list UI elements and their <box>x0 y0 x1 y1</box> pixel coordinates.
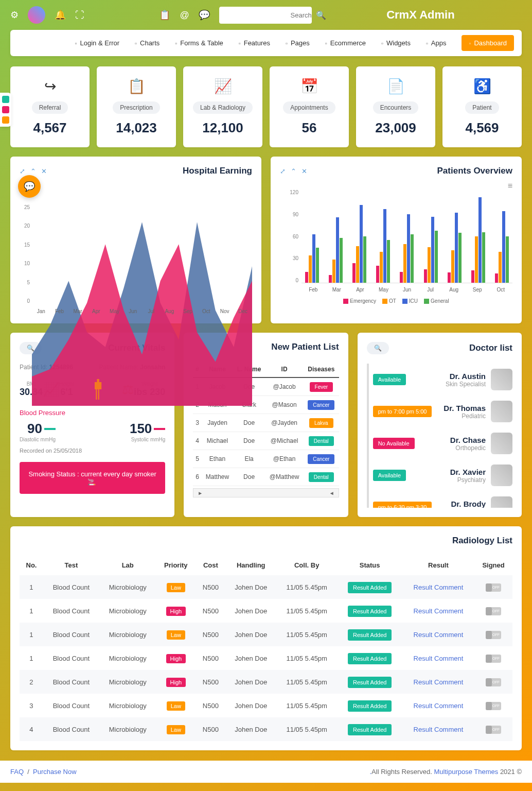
doctor-item[interactable]: Dr. ThomasPediatric 5:00 pm to 7:00 pm <box>373 396 512 427</box>
table-row[interactable]: 1Blood CountMicrobiology Law N500Johen D… <box>20 623 512 646</box>
toggle[interactable]: OFF <box>486 655 501 663</box>
toggle[interactable]: OFF <box>486 583 501 592</box>
stat-icon: 📅 <box>275 78 344 94</box>
topbar: CrmX Admin 🔍 💬 @ 📋 ⛶ 🔔 ⚙ <box>0 0 532 30</box>
scroll-right-icon[interactable]: ► <box>193 490 207 496</box>
fullscreen-icon[interactable]: ⛶ <box>75 10 84 21</box>
stat-card: 📈 Lab & Radiology 12,100 <box>183 66 262 147</box>
doctor-avatar <box>491 465 512 486</box>
up-icon[interactable]: ⌃ <box>291 167 296 175</box>
doctor-list-card: Doctor list 🔍 Dr. AustinSkin Specialist … <box>358 333 522 517</box>
clipboard-icon[interactable]: 📋 <box>159 9 170 21</box>
stat-icon: 📄 <box>361 78 430 94</box>
stat-card: 📋 Prescription 14,023 <box>97 66 176 147</box>
bell-icon[interactable]: 🔔 <box>55 9 66 21</box>
table-row[interactable]: 4MichaelDoe@MichaelDental <box>193 432 339 450</box>
side-tabs[interactable] <box>0 93 11 127</box>
toggle[interactable]: OFF <box>486 607 501 615</box>
toggle[interactable]: OFF <box>486 631 501 639</box>
stat-icon: 📋 <box>102 78 171 94</box>
gear-icon[interactable]: ⚙ <box>10 9 19 21</box>
doctor-list: Dr. AustinSkin Specialist Available Dr. … <box>367 364 512 508</box>
nav-item[interactable]: Dashboard ▫ <box>462 35 514 51</box>
toggle[interactable]: OFF <box>486 726 501 734</box>
doctor-avatar <box>491 433 512 454</box>
table-row[interactable]: 1Blood CountMicrobiology Law N500Johen D… <box>20 575 512 599</box>
radiology-table: No.TestLabPriorityCostHandlingColl. BySt… <box>20 555 512 741</box>
avatar[interactable] <box>28 6 45 24</box>
stat-icon: 📈 <box>188 78 257 94</box>
table-row[interactable]: 3Blood CountMicrobiology Law N500Johen D… <box>20 694 512 717</box>
area-chart: 302520151050JanFebMarAprMayJunJulAugSepO… <box>20 185 252 314</box>
doctor-item[interactable]: Dr. BrodyGenral 3:30 pm to 6:30 pm <box>373 491 512 508</box>
table-row[interactable]: 1Blood CountMicrobiology High N500Johen … <box>20 646 512 670</box>
stat-card: 📄 Encounters 23,009 <box>356 66 435 147</box>
expand-icon[interactable]: ⤢ <box>20 167 25 175</box>
doctor-avatar <box>491 496 512 508</box>
hospital-earning-card: Hospital Earning ✕ ⌃ ⤢ 302520151050JanFe… <box>10 157 261 323</box>
nav-item[interactable]: Widgets ▫ <box>381 39 411 47</box>
doctor-avatar <box>491 369 512 390</box>
stat-icon: ♿ <box>448 78 517 94</box>
card-title: Hospital Earning <box>183 166 252 176</box>
nav: Dashboard ▫Apps ▫Widgets ▫Ecommerce ▫Pag… <box>10 30 522 56</box>
search-box[interactable]: 🔍 <box>219 7 312 24</box>
table-row[interactable]: 2Blood CountMicrobiology High N500Johen … <box>20 670 512 694</box>
doctor-item[interactable]: Dr. XavierPsychiatry Available <box>373 459 512 491</box>
doctor-item[interactable]: Dr. AustinSkin Specialist Available <box>373 364 512 396</box>
patients-overview-card: Patients Overview ✕ ⌃ ⤢ ≡ 1209060300FebM… <box>271 157 522 323</box>
up-icon[interactable]: ⌃ <box>30 167 36 175</box>
nav-item[interactable]: Features ▫ <box>239 39 270 47</box>
fab-button[interactable]: 💬 <box>18 175 41 198</box>
toggle[interactable]: OFF <box>486 678 501 686</box>
search-input[interactable] <box>225 11 312 19</box>
collapse-icon[interactable]: ✕ <box>41 167 47 175</box>
radiology-card: Radiology List No.TestLabPriorityCostHan… <box>10 526 522 750</box>
table-row[interactable]: 3JaydenDoe@JaydenLakva <box>193 414 339 432</box>
expand-icon[interactable]: ⤢ <box>280 167 286 175</box>
table-row[interactable]: 5EthanEla@EthanCancer <box>193 450 339 468</box>
search-icon: 🔍 <box>316 10 326 20</box>
stat-card: ♿ Patient 4,569 <box>442 66 522 147</box>
table-row[interactable]: 6MatthewDoe@MatthewDental <box>193 468 339 486</box>
nav-item[interactable]: Forms & Table ▫ <box>175 39 223 47</box>
at-icon[interactable]: @ <box>180 10 189 21</box>
table-row[interactable]: 1Blood CountMicrobiology High N500Johen … <box>20 599 512 623</box>
nav-item[interactable]: Charts ▫ <box>135 39 159 47</box>
side-tab-3[interactable] <box>2 116 9 124</box>
footer: © 2021 All Rights Reserved. Multipurpose… <box>0 761 532 783</box>
side-tab-2[interactable] <box>2 106 9 113</box>
toggle[interactable]: OFF <box>486 702 501 710</box>
doctor-item[interactable]: Dr. ChaseOrthopedic No Available <box>373 427 512 459</box>
stat-card: 📅 Appointments 56 <box>270 66 349 147</box>
bar-chart: ≡ 1209060300FebMarAprMayJunJulAugSepOctE… <box>280 185 512 304</box>
doctor-avatar <box>491 401 512 422</box>
card-title: Patients Overview <box>437 166 512 176</box>
table-row[interactable]: 4Blood CountMicrobiology Law N500Johen D… <box>20 717 512 741</box>
nav-item[interactable]: Pages ▫ <box>286 39 310 47</box>
nav-item[interactable]: Ecommerce ▫ <box>325 39 366 47</box>
doctor-search[interactable]: 🔍 <box>367 342 389 354</box>
stat-icon: ↪ <box>15 78 84 94</box>
scroll-left-icon[interactable]: ◄ <box>325 490 339 496</box>
stat-card: ↪ Referral 4,567 <box>10 66 90 147</box>
scroll-bar[interactable]: ◄ ► <box>193 488 339 497</box>
nav-item[interactable]: Login & Error ▫ <box>75 39 120 47</box>
smoking-status: Smoking Status : current every day smoke… <box>20 462 165 494</box>
collapse-icon[interactable]: ✕ <box>302 167 307 175</box>
chat-icon[interactable]: 💬 <box>199 9 210 21</box>
side-tab-1[interactable] <box>2 96 9 103</box>
stats-row: ♿ Patient 4,569 📄 Encounters 23,009 📅 Ap… <box>10 66 522 147</box>
brand: CrmX Admin <box>386 8 454 22</box>
nav-item[interactable]: Apps ▫ <box>426 39 447 47</box>
